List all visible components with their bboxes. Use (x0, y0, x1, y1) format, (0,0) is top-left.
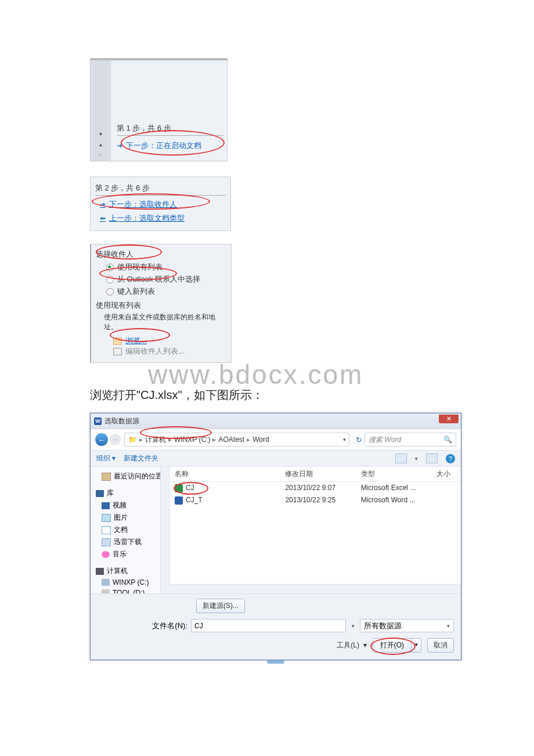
radio-icon (106, 288, 114, 296)
resize-handle[interactable] (267, 660, 284, 664)
close-button[interactable]: ✕ (439, 415, 459, 423)
radio-icon (106, 264, 114, 271)
nav-drive-c[interactable]: WINXP (C:) (92, 577, 168, 588)
step-indicator: 第 1 步，共 6 步 (117, 123, 223, 136)
wizard-step1-panel: ▾▴◦ 第 1 步，共 6 步 ➜ 下一步：正在启动文档 (90, 58, 228, 161)
new-folder-button[interactable]: 新建文件夹 (124, 453, 158, 463)
nav-video[interactable]: 视频 (92, 499, 168, 512)
library-icon (96, 490, 104, 497)
view-options-button[interactable] (395, 453, 407, 463)
col-date[interactable]: 修改日期 (280, 467, 356, 482)
search-icon: 🔍 (443, 435, 452, 444)
chevron-down-icon: ▾ (343, 437, 346, 442)
nav-drive-d[interactable]: TOOL (D:) (92, 588, 168, 593)
open-file-dialog: W 选取数据源 ✕ ← → 📁 ▸计算机 ▸WINXP (C:) ▸AOAtes… (90, 413, 461, 660)
nav-forward-button[interactable]: → (109, 434, 121, 445)
edit-icon (113, 348, 122, 355)
arrow-left-icon: ⬅ (100, 214, 106, 222)
arrow-right-icon: ➜ (100, 200, 106, 208)
open-dropdown[interactable]: ▾ (411, 639, 421, 652)
picture-icon (102, 514, 111, 522)
recent-icon (102, 473, 111, 481)
document-icon (102, 526, 111, 534)
dialog-titlebar: W 选取数据源 ✕ (91, 413, 461, 429)
select-recipients-panel: 选择收件人 使用现有列表 从 Outlook 联系人中选择 键入新列表 使用现有… (90, 244, 232, 363)
drive-icon (102, 579, 110, 586)
dialog-footer: 新建源(S)... 文件名(N): ▾ 所有数据源▾ 工具(L) ▾ 打开(O)… (91, 593, 461, 660)
video-icon (102, 502, 110, 509)
computer-icon (96, 568, 104, 575)
refresh-button[interactable]: ↻ (353, 434, 365, 445)
watermark-text: www.bdocx.com (148, 359, 363, 390)
prev-step-link[interactable]: ⬅ 上一步：选取文档类型 (95, 213, 226, 224)
nav-thunder[interactable]: 迅雷下载 (92, 536, 168, 548)
search-input[interactable]: 搜索 Word 🔍 (365, 433, 456, 447)
nav-library[interactable]: 库 (92, 487, 168, 499)
breadcrumb[interactable]: 📁 ▸计算机 ▸WINXP (C:) ▸AOAtest ▸Word ▾ (124, 433, 349, 447)
next-step-label: 下一步：选取收件人 (109, 199, 177, 210)
tools-menu[interactable]: 工具(L) ▾ (337, 640, 366, 650)
wizard-step2-panel: 第 2 步，共 6 步 ➜ 下一步：选取收件人 ⬅ 上一步：选取文档类型 (90, 177, 231, 231)
nav-docs[interactable]: 文档 (92, 524, 168, 536)
next-step-link[interactable]: ➜ 下一步：选取收件人 (95, 199, 226, 210)
radio-icon (106, 276, 114, 283)
open-button[interactable]: 打开(O) ▾ (373, 638, 421, 653)
new-source-button[interactable]: 新建源(S)... (196, 599, 245, 613)
col-size[interactable]: 大小 (432, 467, 461, 482)
scrollbar[interactable] (170, 584, 461, 593)
excel-icon (175, 484, 183, 492)
dialog-nav: ← → 📁 ▸计算机 ▸WINXP (C:) ▸AOAtest ▸Word ▾ … (91, 429, 461, 451)
nav-recent[interactable]: 最近访问的位置 (92, 470, 168, 483)
filename-label: 文件名(N): (98, 621, 187, 631)
word-icon (175, 496, 183, 505)
browse-link[interactable]: 浏览... (113, 336, 226, 346)
subsection-header: 使用现有列表 (96, 300, 226, 311)
radio-existing-list[interactable]: 使用现有列表 (106, 262, 226, 272)
download-icon (102, 538, 111, 546)
panel-header: 选择收件人 (96, 249, 226, 260)
chevron-down-icon: ▾ (447, 623, 450, 629)
prev-step-label: 上一步：选取文档类型 (109, 213, 185, 224)
nav-computer[interactable]: 计算机 (92, 565, 168, 577)
step-indicator: 第 2 步，共 6 步 (95, 183, 226, 196)
organize-menu[interactable]: 组织 ▾ (96, 453, 116, 463)
radio-outlook[interactable]: 从 Outlook 联系人中选择 (106, 274, 226, 285)
file-filter[interactable]: 所有数据源▾ (360, 619, 454, 632)
col-type[interactable]: 类型 (356, 467, 432, 482)
file-list: 名称 修改日期 类型 大小 CJ 2013/10/22 9:07 Microso… (170, 467, 461, 593)
next-step-label: 下一步：正在启动文档 (126, 141, 201, 151)
column-headers: 名称 修改日期 类型 大小 (170, 467, 461, 482)
file-row[interactable]: CJ 2013/10/22 9:07 Microsoft Excel ... (170, 482, 461, 494)
dialog-title: 选取数据源 (104, 416, 139, 426)
drive-icon (102, 589, 110, 593)
nav-pictures[interactable]: 图片 (92, 512, 168, 524)
word-icon: W (94, 417, 102, 425)
file-row[interactable]: CJ_T 2013/10/22 9:25 Microsoft Word ... (170, 494, 461, 506)
filename-dropdown[interactable]: ▾ (349, 623, 356, 629)
ruler-markers: ▾▴◦ (91, 60, 111, 163)
next-step-link[interactable]: ➜ 下一步：正在启动文档 (117, 141, 223, 151)
filename-input[interactable] (191, 619, 346, 632)
edit-recipients-link[interactable]: 编辑收件人列表... (113, 346, 226, 357)
nav-music[interactable]: 音乐 (92, 548, 168, 560)
folder-icon (113, 337, 122, 345)
col-name[interactable]: 名称 (170, 467, 280, 482)
dialog-toolbar: 组织 ▾ 新建文件夹 ▾ ? (91, 451, 461, 467)
scrollbar[interactable] (160, 467, 169, 593)
subsection-desc: 使用来自某文件或数据库的姓名和地址。 (104, 312, 226, 332)
instruction-text: 浏览打开"CJ.xlsx"，如下图所示： (90, 386, 444, 404)
help-icon[interactable]: ? (446, 454, 455, 463)
preview-pane-button[interactable] (426, 453, 438, 463)
arrow-right-icon: ➜ (117, 142, 122, 150)
cancel-button[interactable]: 取消 (427, 638, 454, 653)
music-icon (102, 551, 110, 558)
folder-tree: 最近访问的位置 库 视频 图片 文档 迅雷下载 音乐 计算机 WINXP (C:… (91, 467, 170, 593)
radio-new-list[interactable]: 键入新列表 (106, 286, 226, 297)
folder-icon: 📁 (128, 435, 137, 444)
nav-back-button[interactable]: ← (95, 433, 108, 446)
